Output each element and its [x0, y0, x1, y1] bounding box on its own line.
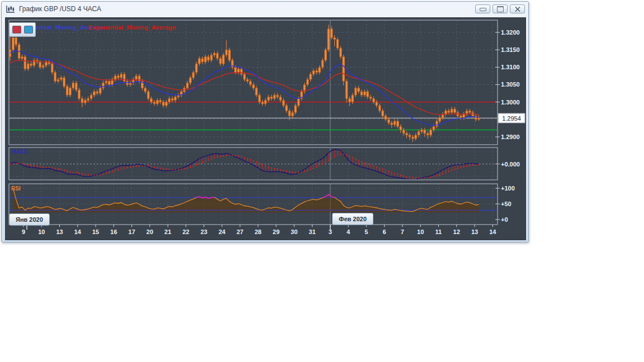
x-axis-label: 20 [146, 228, 153, 235]
main-chart-panel [9, 20, 498, 145]
x-axis-label: 22 [182, 228, 189, 235]
x-axis-label: 24 [219, 228, 226, 235]
price-axis-label: 1.3050 [501, 81, 520, 88]
price-axis-label: 1.3100 [501, 64, 520, 70]
x-axis-label: 10 [417, 228, 424, 235]
x-axis-label: 29 [273, 228, 280, 235]
maximize-button[interactable] [493, 4, 508, 13]
candlestick-chart-icon [6, 5, 15, 13]
x-axis-label: 4 [347, 228, 351, 235]
legend-ema-slow: Exponential_Moving_Average [88, 24, 176, 31]
blue-swatch-button[interactable] [24, 26, 33, 34]
month-marker-jan[interactable]: Янв 2020 [9, 213, 50, 226]
price-axis-label: 1.3200 [501, 29, 520, 36]
x-axis-label: 14 [489, 228, 496, 235]
x-axis-label: 28 [255, 228, 262, 235]
x-axis-label: 14 [74, 228, 82, 235]
titlebar: График GBP /USD 4 ЧАСА [2, 2, 528, 16]
x-axis-label: 7 [401, 228, 404, 235]
current-price-label: 1.2954 [502, 115, 521, 122]
chart-window: График GBP /USD 4 ЧАСА [1, 1, 529, 242]
x-axis-label: 17 [129, 228, 135, 235]
x-axis-label: 6 [383, 228, 386, 235]
x-axis-label: 9 [22, 228, 25, 235]
maximize-icon [497, 6, 504, 12]
macd-zero-label: +0.000 [501, 161, 520, 168]
x-axis-label: 11 [435, 228, 442, 235]
red-swatch-button[interactable] [12, 26, 21, 34]
month-marker-feb[interactable]: Фев 2020 [332, 213, 373, 225]
x-axis-label: 10 [38, 228, 45, 235]
chart-toolbar [9, 22, 36, 37]
x-axis-label: 13 [471, 228, 478, 235]
rsi-0-label: +0 [501, 216, 508, 223]
close-icon [515, 7, 520, 12]
price-chart[interactable]: 9101314151617202122232427282930313456710… [6, 18, 525, 240]
x-axis-label: 27 [236, 228, 243, 235]
x-axis-label: 12 [453, 228, 460, 235]
rsi-panel-title: RSI [11, 185, 21, 192]
x-axis-label: 21 [164, 228, 171, 235]
rsi-50-label: +50 [501, 201, 512, 207]
price-axis-label: 1.2900 [501, 134, 520, 140]
x-axis: 9101314151617202122232427282930313456710… [22, 225, 496, 235]
price-axis-label: 1.3000 [501, 99, 520, 106]
x-axis-label: 31 [309, 228, 315, 235]
window-title: График GBP /USD 4 ЧАСА [19, 5, 101, 13]
close-button[interactable] [510, 4, 525, 13]
rsi-panel [9, 184, 498, 225]
price-axis-label: 1.3150 [501, 46, 520, 53]
macd-panel-title: MACD [11, 149, 28, 155]
x-axis-label: 23 [201, 228, 207, 235]
minimize-button[interactable] [475, 4, 490, 13]
x-axis-label: 5 [364, 228, 368, 235]
window-controls [475, 4, 525, 13]
chart-content: 9101314151617202122232427282930313456710… [5, 17, 526, 240]
x-axis-label: 13 [56, 228, 63, 235]
x-axis-label: 16 [110, 228, 117, 235]
minimize-icon [480, 8, 486, 11]
x-axis-label: 30 [291, 228, 297, 235]
x-axis-label: 15 [92, 228, 99, 235]
rsi-100-label: +100 [501, 185, 515, 192]
